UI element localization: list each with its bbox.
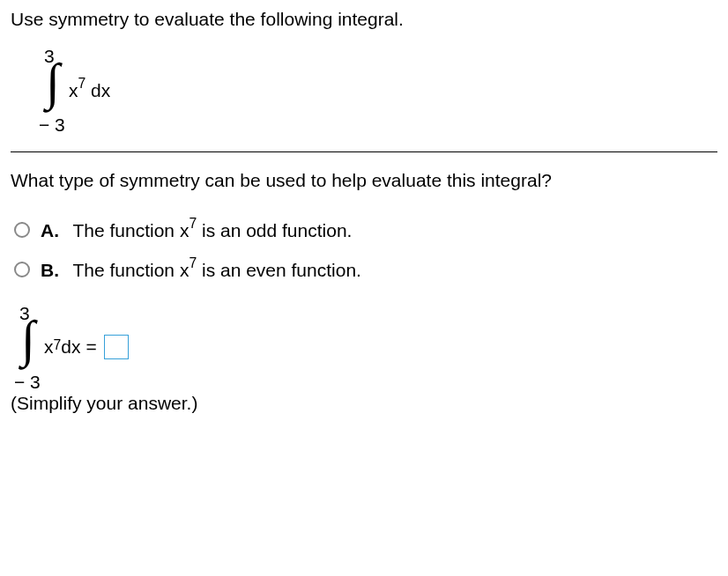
answer-integrand-diff: dx: [61, 336, 80, 358]
option-a-exp: 7: [189, 216, 197, 231]
option-a-post: is an odd function.: [197, 220, 352, 240]
integral-lower-limit: − 3: [39, 114, 65, 136]
answer-integral-expression: 3 ∫ x7 dx = − 3: [14, 303, 717, 391]
answer-section: 3 ∫ x7 dx = − 3 (Simplify your answer.): [11, 303, 717, 414]
option-a-text: A. The function x7 is an odd function.: [41, 218, 352, 241]
integrand: x7 dx: [69, 78, 110, 101]
answer-lower-limit: − 3: [14, 372, 41, 393]
answer-options: A. The function x7 is an odd function. B…: [14, 218, 717, 281]
integral-expression: 3 ∫ x7 dx − 3: [39, 46, 717, 134]
equals-sign: =: [85, 336, 96, 358]
option-b-post: is an even function.: [197, 260, 361, 280]
answer-input-box[interactable]: [104, 335, 129, 359]
answer-integral-symbol: ∫: [21, 314, 35, 365]
option-b-pre: The function x: [72, 260, 189, 280]
answer-integrand: x7 dx =: [44, 335, 129, 359]
option-a-letter: A.: [41, 220, 59, 240]
option-b-radio[interactable]: [14, 262, 30, 277]
integrand-base: x: [69, 80, 78, 100]
answer-integrand-exponent: 7: [54, 337, 62, 353]
section-divider: [11, 151, 717, 152]
option-b-text: B. The function x7 is an even function.: [41, 257, 361, 281]
option-b-exp: 7: [189, 255, 197, 270]
option-a-row: A. The function x7 is an odd function.: [14, 218, 717, 241]
integrand-exponent: 7: [78, 76, 86, 91]
answer-integrand-base: x: [44, 336, 54, 358]
option-b-row: B. The function x7 is an even function.: [14, 257, 717, 281]
question-prompt: Use symmetry to evaluate the following i…: [11, 9, 717, 30]
integral-symbol: ∫: [46, 56, 60, 107]
integrand-diff: dx: [85, 80, 110, 100]
option-a-pre: The function x: [72, 220, 189, 240]
option-b-letter: B.: [41, 260, 59, 280]
simplify-hint: (Simplify your answer.): [11, 393, 717, 414]
subquestion-text: What type of symmetry can be used to hel…: [11, 170, 717, 191]
option-a-radio[interactable]: [14, 222, 30, 238]
